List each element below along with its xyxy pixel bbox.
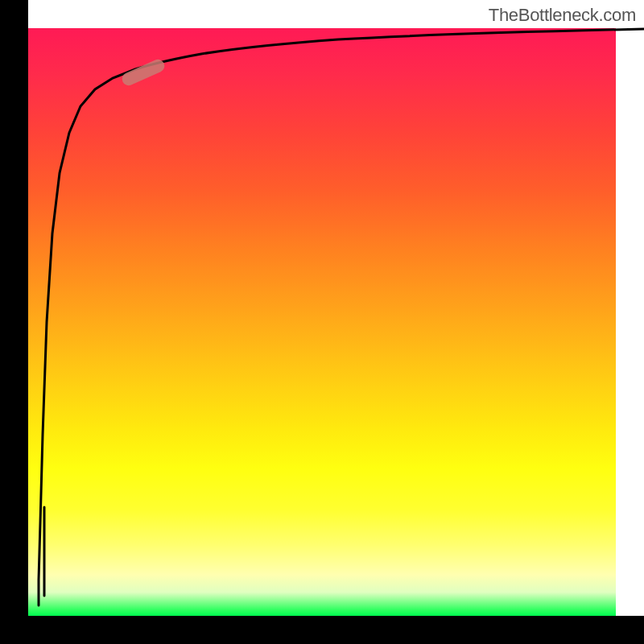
x-axis bbox=[0, 616, 644, 644]
y-axis bbox=[0, 0, 28, 644]
attribution-text: TheBottleneck.com bbox=[489, 5, 636, 26]
chart-container: TheBottleneck.com bbox=[0, 0, 644, 644]
plot-gradient-background bbox=[28, 28, 616, 616]
